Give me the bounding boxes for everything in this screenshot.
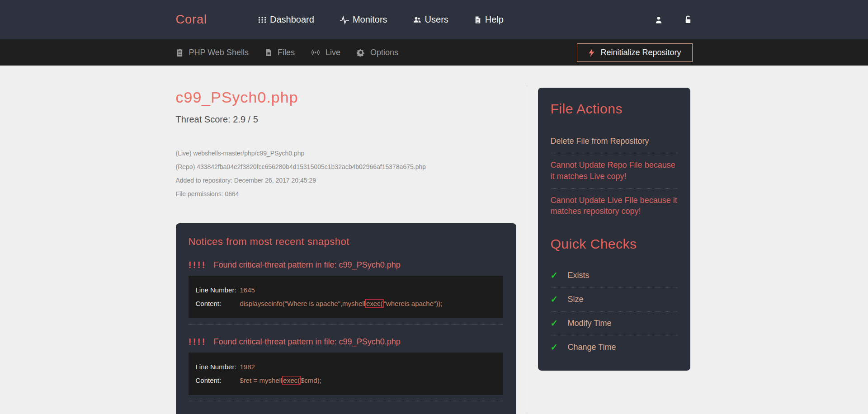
check-row-size: ✓ Size — [551, 294, 678, 305]
nav-item-label: Monitors — [353, 14, 387, 25]
sidebar-divider — [551, 188, 678, 188]
notice-item: !!!! Found critical-threat pattern in fi… — [189, 259, 503, 270]
reinitialize-repository-button[interactable]: Reinitialize Repository — [577, 43, 692, 62]
threat-score: Threat Score: 2.9 / 5 — [176, 114, 516, 125]
notice-message: Found critical-threat pattern in file: c… — [213, 260, 400, 270]
line-number-label: Line Number: — [196, 360, 240, 374]
broadcast-icon — [311, 49, 320, 56]
line-number-value: 1645 — [240, 283, 255, 297]
check-pass-icon: ✓ — [551, 318, 568, 329]
nav-item-dashboard[interactable]: Dashboard — [258, 14, 314, 25]
quick-checks-list: ✓ Exists ✓ Size ✓ Modify Time ✓ Change T… — [551, 270, 678, 353]
subnav-item-options[interactable]: Options — [357, 48, 398, 57]
line-number-row: Line Number: 1645 — [196, 283, 495, 297]
content-highlighted-pattern: exec( — [365, 299, 384, 308]
cannot-update-live-warning: Cannot Update Live File because it match… — [551, 195, 678, 217]
notice-message: Found critical-threat pattern in file: c… — [213, 337, 400, 347]
file-icon — [265, 48, 272, 56]
line-number-row: Line Number: 1982 — [196, 360, 495, 374]
content-before: $ret = myshell — [240, 376, 283, 384]
content-value: $ret = myshellexec($cmd); — [240, 374, 321, 387]
check-row-change-time: ✓ Change Time — [551, 342, 678, 353]
file-info-added-date: Added to repository: December 26, 2017 2… — [176, 174, 516, 187]
nav-item-help[interactable]: Help — [474, 14, 504, 25]
sidebar-divider — [551, 287, 678, 287]
sidebar-divider — [551, 335, 678, 335]
subnav-item-label: Options — [370, 48, 398, 57]
reinitialize-repository-label: Reinitialize Repository — [600, 48, 681, 57]
subnav-item-label: Files — [278, 48, 295, 57]
content-value: displaysecinfo("Where is apache",myshell… — [240, 297, 443, 310]
nav-item-label: Users — [425, 14, 448, 25]
content-label: Content: — [196, 297, 240, 310]
brand-logo[interactable]: Coral — [176, 13, 208, 27]
check-label: Change Time — [568, 343, 616, 352]
content-row: Content: displaysecinfo("Where is apache… — [196, 297, 495, 310]
notice-divider — [189, 401, 503, 401]
clipboard-icon — [176, 48, 184, 57]
nav-item-label: Help — [485, 14, 504, 25]
content-row: Content: $ret = myshellexec($cmd); — [196, 374, 495, 387]
sidebar-divider — [551, 153, 678, 153]
top-navbar: Coral Dashboard Monitors — [0, 0, 868, 39]
line-number-label: Line Number: — [196, 283, 240, 297]
quick-checks-heading: Quick Checks — [551, 236, 678, 252]
subnav-item-live[interactable]: Live — [311, 48, 340, 57]
subnav-item-php-web-shells[interactable]: PHP Web Shells — [176, 48, 249, 57]
subnav-item-files[interactable]: Files — [265, 48, 295, 57]
file-actions-panel: File Actions Delete File from Repository… — [538, 88, 690, 371]
subnav-item-label: Live — [326, 48, 340, 57]
nav-item-label: Dashboard — [270, 14, 314, 25]
sub-navbar: PHP Web Shells Files — [0, 39, 868, 66]
bolt-icon — [588, 48, 595, 57]
file-actions-heading: File Actions — [551, 101, 678, 117]
check-label: Modify Time — [568, 319, 612, 328]
file-info-live-path: (Live) webshells-master/php/c99_PSych0.p… — [176, 146, 516, 160]
alert-bangs-icon: !!!! — [189, 336, 207, 347]
top-nav-items: Dashboard Monitors — [258, 14, 529, 25]
file-info: (Live) webshells-master/php/c99_PSych0.p… — [176, 146, 516, 201]
content-before: displaysecinfo("Where is apache",myshell — [240, 300, 365, 307]
alert-bangs-icon: !!!! — [189, 259, 207, 270]
notices-heading: Notices from most recent snapshot — [189, 236, 503, 248]
grid-icon — [258, 15, 267, 24]
check-row-exists: ✓ Exists — [551, 270, 678, 281]
line-number-value: 1982 — [240, 360, 255, 374]
check-row-modify-time: ✓ Modify Time — [551, 318, 678, 329]
notice-code-box: Line Number: 1645 Content: displaysecinf… — [189, 276, 503, 318]
check-pass-icon: ✓ — [551, 270, 568, 281]
page-title: c99_PSych0.php — [176, 89, 516, 106]
notice-divider — [189, 324, 503, 325]
check-label: Size — [568, 295, 584, 304]
pulse-icon — [340, 15, 349, 25]
users-icon — [413, 15, 422, 24]
nav-item-users[interactable]: Users — [413, 14, 448, 25]
user-icon[interactable] — [654, 15, 663, 24]
document-icon — [474, 16, 482, 24]
check-label: Exists — [568, 271, 590, 280]
gear-icon — [357, 48, 365, 56]
content-highlighted-pattern: exec( — [282, 376, 301, 385]
content-after: "whereis apache")); — [384, 300, 443, 307]
notices-panel: Notices from most recent snapshot !!!! F… — [176, 223, 516, 414]
check-pass-icon: ✓ — [551, 342, 568, 353]
delete-file-link[interactable]: Delete File from Repository — [551, 136, 678, 146]
content-after: $cmd); — [301, 376, 321, 384]
content-label: Content: — [196, 374, 240, 387]
main-area: c99_PSych0.php Threat Score: 2.9 / 5 (Li… — [176, 66, 693, 414]
sidebar-column: File Actions Delete File from Repository… — [527, 85, 690, 414]
sidebar-divider — [551, 311, 678, 311]
file-actions-list: Delete File from Repository Cannot Updat… — [551, 136, 678, 216]
cannot-update-repo-warning: Cannot Update Repo File because it match… — [551, 160, 678, 182]
nav-item-monitors[interactable]: Monitors — [340, 14, 387, 25]
subnav-item-label: PHP Web Shells — [189, 48, 249, 57]
notice-code-box: Line Number: 1982 Content: $ret = myshel… — [189, 353, 503, 395]
top-nav-right — [654, 15, 693, 24]
notice-item: !!!! Found critical-threat pattern in fi… — [189, 336, 503, 347]
check-pass-icon: ✓ — [551, 294, 568, 305]
unlock-icon[interactable] — [683, 15, 693, 24]
file-info-permissions: File permissions: 0664 — [176, 187, 516, 201]
content-column: c99_PSych0.php Threat Score: 2.9 / 5 (Li… — [176, 66, 516, 414]
file-info-repo-path: (Repo) 433842fba04e2f3820fcc656280b4d153… — [176, 160, 516, 174]
